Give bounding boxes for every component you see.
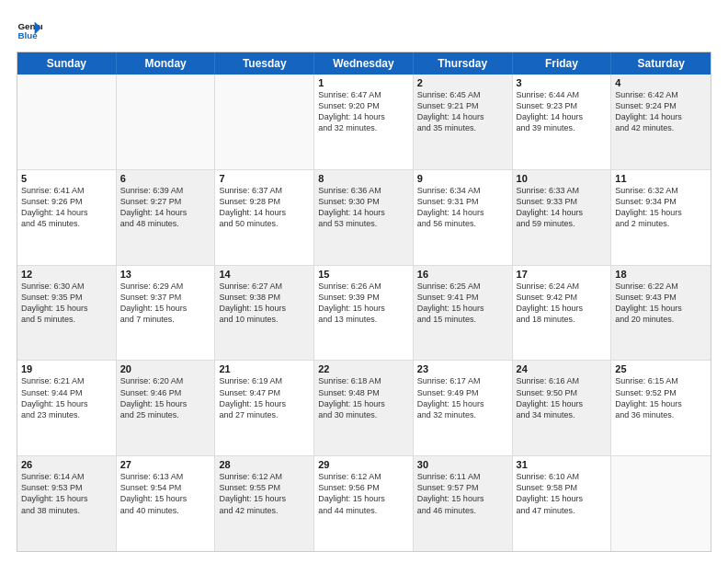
day-number: 9 [417,173,508,184]
cell-info-line: Sunset: 9:47 PM [219,387,310,398]
cell-info-line: Daylight: 15 hours [615,303,707,314]
calendar-row: 5Sunrise: 6:41 AMSunset: 9:26 PMDaylight… [17,169,711,265]
logo-icon: General Blue [17,17,42,42]
calendar-cell: 27Sunrise: 6:13 AMSunset: 9:54 PMDayligh… [117,456,216,551]
day-number: 21 [219,363,310,374]
page: General Blue SundayMondayTuesdayWednesda… [0,0,728,563]
cell-info-line: Sunset: 9:53 PM [21,482,112,493]
cell-info-line: Daylight: 15 hours [21,398,112,409]
cell-info-line: Daylight: 15 hours [615,207,707,218]
cell-info-line: Sunrise: 6:41 AM [21,185,112,196]
day-number: 20 [120,363,211,374]
cell-info-line: and 32 minutes. [417,409,508,420]
cell-info-line: Daylight: 15 hours [615,398,707,409]
cell-info-line: Sunrise: 6:22 AM [615,281,707,292]
cell-info-line: Daylight: 15 hours [219,303,310,314]
day-number: 6 [120,173,211,184]
cell-info-line: and 44 minutes. [318,505,409,516]
calendar-cell: 5Sunrise: 6:41 AMSunset: 9:26 PMDaylight… [17,170,117,265]
calendar-cell: 14Sunrise: 6:27 AMSunset: 9:38 PMDayligh… [215,266,314,361]
cell-info-line: Sunset: 9:27 PM [120,196,211,207]
cell-info-line: and 53 minutes. [318,218,409,229]
weekday-header: Tuesday [215,52,314,75]
cell-info-line: Daylight: 14 hours [219,207,310,218]
day-number: 29 [318,459,409,470]
cell-info-line: Sunrise: 6:32 AM [615,185,707,196]
calendar-cell: 13Sunrise: 6:29 AMSunset: 9:37 PMDayligh… [117,266,216,361]
cell-info-line: Sunrise: 6:15 AM [615,375,707,386]
cell-info-line: Sunrise: 6:29 AM [120,281,211,292]
cell-info-line: Sunset: 9:58 PM [517,482,608,493]
cell-info-line: Daylight: 14 hours [517,111,608,122]
cell-info-line: Sunrise: 6:12 AM [318,471,409,482]
cell-info-line: and 34 minutes. [517,409,608,420]
cell-info-line: and 35 minutes. [417,122,508,133]
day-number: 27 [120,459,211,470]
cell-info-line: Daylight: 14 hours [615,111,707,122]
cell-info-line: and 40 minutes. [120,505,211,516]
calendar: SundayMondayTuesdayWednesdayThursdayFrid… [17,52,711,552]
cell-info-line: Sunset: 9:31 PM [417,196,508,207]
cell-info-line: Daylight: 15 hours [318,398,409,409]
cell-info-line: Sunrise: 6:10 AM [517,471,608,482]
calendar-row: 12Sunrise: 6:30 AMSunset: 9:35 PMDayligh… [17,265,711,361]
cell-info-line: and 30 minutes. [318,409,409,420]
cell-info-line: Sunrise: 6:24 AM [517,281,608,292]
day-number: 12 [21,269,112,280]
weekday-header: Thursday [414,52,513,75]
cell-info-line: Sunrise: 6:17 AM [417,375,508,386]
cell-info-line: Sunrise: 6:36 AM [318,185,409,196]
calendar-header: SundayMondayTuesdayWednesdayThursdayFrid… [17,52,711,75]
cell-info-line: and 23 minutes. [21,409,112,420]
calendar-cell: 24Sunrise: 6:16 AMSunset: 9:50 PMDayligh… [513,361,612,455]
cell-info-line: Sunset: 9:37 PM [120,292,211,303]
cell-info-line: and 36 minutes. [615,409,707,420]
calendar-cell: 11Sunrise: 6:32 AMSunset: 9:34 PMDayligh… [611,170,711,265]
cell-info-line: and 7 minutes. [120,314,211,325]
day-number: 10 [517,173,608,184]
calendar-cell: 6Sunrise: 6:39 AMSunset: 9:27 PMDaylight… [117,170,216,265]
cell-info-line: Daylight: 15 hours [517,303,608,314]
day-number: 7 [219,173,310,184]
calendar-cell: 25Sunrise: 6:15 AMSunset: 9:52 PMDayligh… [611,361,711,455]
cell-info-line: Daylight: 15 hours [318,303,409,314]
cell-info-line: Sunset: 9:56 PM [318,482,409,493]
cell-info-line: and 18 minutes. [517,314,608,325]
cell-info-line: Daylight: 15 hours [417,398,508,409]
cell-info-line: Sunset: 9:38 PM [219,292,310,303]
calendar-body: 1Sunrise: 6:47 AMSunset: 9:20 PMDaylight… [17,75,711,551]
cell-info-line: Sunrise: 6:44 AM [517,89,608,100]
calendar-cell: 29Sunrise: 6:12 AMSunset: 9:56 PMDayligh… [314,456,414,551]
cell-info-line: Sunrise: 6:33 AM [517,185,608,196]
cell-info-line: Daylight: 15 hours [120,398,211,409]
cell-info-line: Sunset: 9:24 PM [615,100,707,111]
calendar-cell [17,75,117,169]
cell-info-line: and 42 minutes. [615,122,707,133]
cell-info-line: and 50 minutes. [219,218,310,229]
weekday-header: Sunday [17,52,117,75]
cell-info-line: and 27 minutes. [219,409,310,420]
cell-info-line: Sunrise: 6:18 AM [318,375,409,386]
cell-info-line: Sunrise: 6:47 AM [318,89,409,100]
day-number: 31 [517,459,608,470]
calendar-row: 26Sunrise: 6:14 AMSunset: 9:53 PMDayligh… [17,455,711,551]
calendar-row: 19Sunrise: 6:21 AMSunset: 9:44 PMDayligh… [17,360,711,455]
day-number: 17 [517,269,608,280]
cell-info-line: and 39 minutes. [517,122,608,133]
calendar-cell: 22Sunrise: 6:18 AMSunset: 9:48 PMDayligh… [314,361,414,455]
cell-info-line: Daylight: 15 hours [517,398,608,409]
calendar-cell: 3Sunrise: 6:44 AMSunset: 9:23 PMDaylight… [513,75,612,169]
day-number: 2 [417,77,508,88]
cell-info-line: Sunset: 9:44 PM [21,387,112,398]
cell-info-line: Sunrise: 6:42 AM [615,89,707,100]
calendar-cell: 21Sunrise: 6:19 AMSunset: 9:47 PMDayligh… [215,361,314,455]
cell-info-line: Sunrise: 6:30 AM [21,281,112,292]
header: General Blue [17,17,711,42]
logo: General Blue [17,17,42,42]
calendar-row: 1Sunrise: 6:47 AMSunset: 9:20 PMDaylight… [17,75,711,169]
cell-info-line: Sunrise: 6:21 AM [21,375,112,386]
calendar-cell: 16Sunrise: 6:25 AMSunset: 9:41 PMDayligh… [414,266,513,361]
day-number: 13 [120,269,211,280]
calendar-cell [611,456,711,551]
cell-info-line: Sunset: 9:57 PM [417,482,508,493]
